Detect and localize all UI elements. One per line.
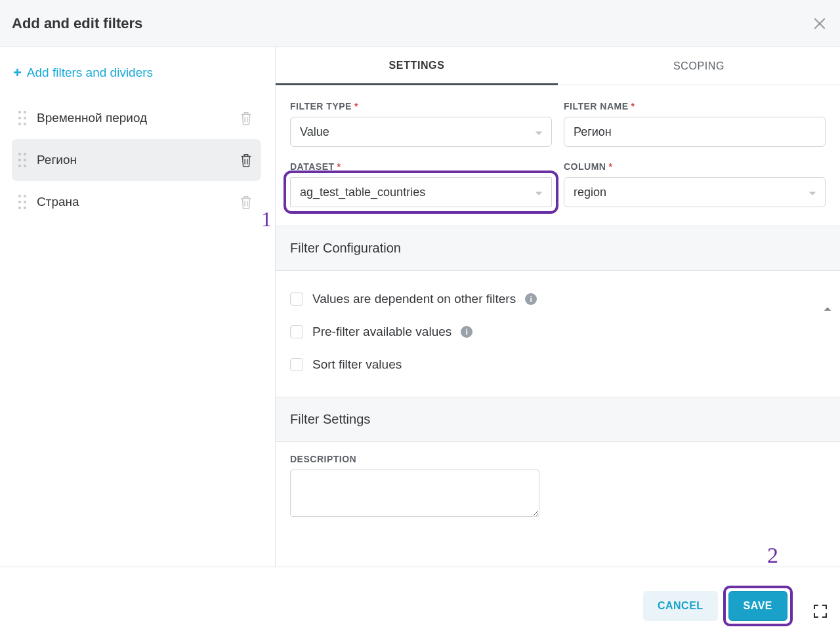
dataset-field: DATASET* ag_test_table_countries: [290, 161, 552, 207]
description-field: DESCRIPTION: [290, 454, 553, 517]
dependent-values-row: Values are dependent on other filters i: [290, 283, 826, 315]
dependent-values-checkbox[interactable]: [290, 292, 303, 306]
modal-footer: CANCEL SAVE: [0, 567, 840, 644]
dependent-values-label: Values are dependent on other filters: [312, 292, 516, 306]
dataset-value: ag_test_table_countries: [300, 186, 425, 199]
filter-type-value: Value: [300, 125, 329, 139]
modal-title: Add and edit filters: [12, 15, 142, 32]
filter-item[interactable]: Временной период: [12, 97, 261, 139]
trash-icon[interactable]: [239, 110, 253, 126]
filter-type-label: FILTER TYPE*: [290, 101, 552, 111]
plus-icon: +: [13, 66, 22, 80]
settings-pane: SETTINGS SCOPING FILTER TYPE* Value FILT…: [276, 47, 840, 567]
description-label: DESCRIPTION: [290, 454, 553, 464]
annotation-callout-2: 2: [767, 543, 778, 568]
drag-handle-icon[interactable]: [17, 151, 29, 169]
sort-checkbox[interactable]: [290, 358, 303, 371]
drag-handle-icon[interactable]: [17, 193, 29, 211]
filter-configuration-header[interactable]: Filter Configuration: [276, 226, 840, 271]
modal-header: Add and edit filters: [0, 0, 840, 47]
prefilter-label: Pre-filter available values: [312, 325, 452, 339]
column-value: region: [574, 186, 606, 199]
drag-handle-icon[interactable]: [17, 110, 29, 127]
info-icon: i: [461, 326, 472, 338]
trash-icon[interactable]: [239, 152, 253, 168]
filter-configuration-body: Values are dependent on other filters i …: [276, 271, 840, 397]
filter-name-input[interactable]: Регион: [564, 117, 826, 147]
save-button[interactable]: SAVE: [728, 591, 788, 621]
column-label: COLUMN*: [564, 161, 826, 172]
chevron-up-icon: [823, 307, 832, 316]
column-select[interactable]: region: [564, 177, 826, 207]
filter-item-label: Временной период: [37, 111, 239, 125]
tabs: SETTINGS SCOPING: [276, 47, 840, 85]
trash-icon[interactable]: [239, 194, 253, 210]
description-input[interactable]: [290, 470, 539, 517]
filter-item[interactable]: Страна: [12, 181, 261, 223]
dataset-label: DATASET*: [290, 161, 552, 172]
chevron-down-icon: [534, 127, 543, 136]
filter-list: Временной период Регион Страна: [12, 97, 266, 223]
chevron-down-icon: [534, 188, 543, 197]
prefilter-row: Pre-filter available values i: [290, 315, 826, 348]
chevron-down-icon: [808, 188, 817, 197]
filter-item[interactable]: Регион: [12, 139, 261, 181]
filter-configuration-panel: Filter Configuration Values are dependen…: [276, 226, 840, 397]
filter-settings-panel: Filter Settings DESCRIPTION: [276, 397, 840, 533]
modal-body: + Add filters and dividers Временной пер…: [0, 47, 840, 567]
fullscreen-icon[interactable]: [812, 603, 828, 619]
filter-configuration-title: Filter Configuration: [290, 241, 401, 256]
add-filters-label: Add filters and dividers: [27, 66, 153, 80]
filter-settings-body: DESCRIPTION: [276, 442, 840, 533]
column-field: COLUMN* region: [564, 161, 826, 207]
settings-scroll[interactable]: FILTER TYPE* Value FILTER NAME* Регион D…: [276, 85, 840, 567]
filter-item-label: Страна: [37, 195, 239, 209]
filter-settings-title: Filter Settings: [290, 412, 370, 427]
annotation-save-highlight: SAVE: [728, 591, 788, 621]
prefilter-checkbox[interactable]: [290, 325, 303, 338]
filter-type-select[interactable]: Value: [290, 117, 552, 147]
sort-row: Sort filter values: [290, 348, 826, 381]
filter-name-label: FILTER NAME*: [564, 101, 826, 111]
tab-settings[interactable]: SETTINGS: [276, 47, 558, 85]
close-icon[interactable]: [812, 16, 827, 31]
filter-item-label: Регион: [37, 153, 239, 167]
filter-name-value: Регион: [574, 125, 612, 139]
info-icon: i: [525, 293, 537, 305]
filter-settings-header[interactable]: Filter Settings: [276, 397, 840, 442]
annotation-callout-1: 1: [261, 207, 272, 231]
cancel-button[interactable]: CANCEL: [643, 591, 718, 621]
dataset-select[interactable]: ag_test_table_countries: [290, 177, 552, 207]
filter-type-field: FILTER TYPE* Value: [290, 101, 552, 147]
filters-sidebar: + Add filters and dividers Временной пер…: [0, 47, 276, 567]
tab-scoping[interactable]: SCOPING: [558, 47, 840, 85]
add-filters-button[interactable]: + Add filters and dividers: [13, 66, 266, 80]
form-grid: FILTER TYPE* Value FILTER NAME* Регион D…: [276, 85, 840, 226]
sort-label: Sort filter values: [312, 357, 402, 372]
filter-name-field: FILTER NAME* Регион: [564, 101, 826, 147]
